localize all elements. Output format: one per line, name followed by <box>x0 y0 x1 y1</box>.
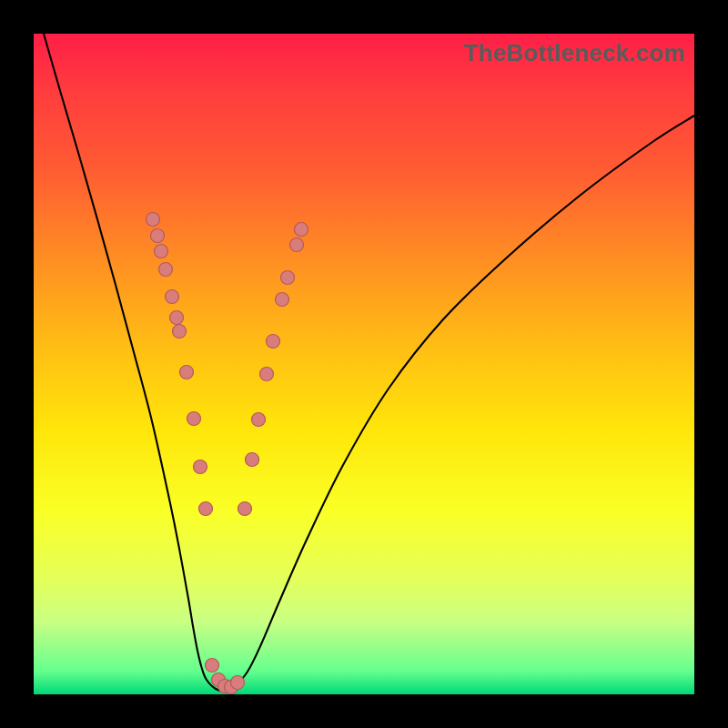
plot-area: TheBottleneck.com <box>34 34 694 694</box>
data-marker <box>180 366 194 379</box>
curve-svg <box>34 34 694 694</box>
data-marker <box>281 271 295 285</box>
data-marker <box>290 238 304 252</box>
data-marker <box>173 325 187 339</box>
bottleneck-curve <box>44 34 694 691</box>
data-marker <box>194 460 207 474</box>
data-marker <box>187 412 201 426</box>
data-marker <box>199 502 213 516</box>
data-marker <box>238 502 252 516</box>
stage: TheBottleneck.com <box>0 0 728 728</box>
data-marker <box>155 245 168 258</box>
data-marker <box>252 413 266 427</box>
data-marker <box>206 659 219 672</box>
data-marker <box>147 213 160 227</box>
data-marker <box>267 335 280 349</box>
data-marker <box>231 676 245 690</box>
data-marker <box>170 311 184 325</box>
data-marker <box>151 229 165 243</box>
data-marker <box>166 290 179 304</box>
data-marker <box>295 223 308 237</box>
data-markers <box>147 213 308 694</box>
data-marker <box>159 263 173 277</box>
data-marker <box>246 453 259 467</box>
data-marker <box>276 293 289 307</box>
data-marker <box>260 368 274 381</box>
